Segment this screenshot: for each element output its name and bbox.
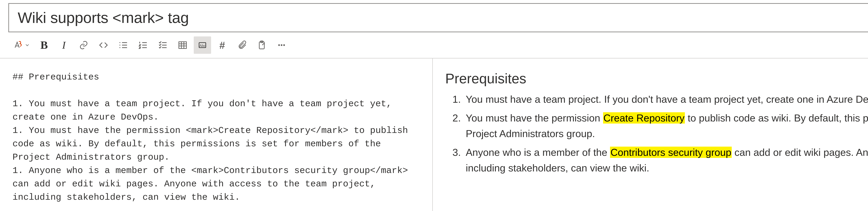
italic-button[interactable]: I: [55, 36, 72, 54]
svg-point-31: [283, 44, 285, 46]
highlight-button[interactable]: Abc: [194, 36, 211, 54]
highlight-text: Create Repository: [603, 112, 685, 124]
list-item: You must have a team project. If you don…: [464, 91, 868, 107]
code-icon: [98, 40, 108, 50]
list-item: You must have the permission Create Repo…: [464, 110, 868, 142]
table-button[interactable]: [174, 36, 191, 54]
font-style-icon: [13, 40, 24, 50]
code-button[interactable]: [95, 36, 112, 54]
link-button[interactable]: [75, 36, 92, 54]
italic-icon: I: [62, 39, 66, 51]
numbered-list-button[interactable]: [134, 36, 152, 54]
more-button[interactable]: [273, 36, 290, 54]
hash-icon: #: [219, 39, 225, 51]
checklist-button[interactable]: [154, 36, 172, 54]
list-item: Anyone who is a member of the Contributo…: [464, 145, 868, 176]
chevron-down-icon: [25, 42, 30, 48]
editor-panes: ## Prerequisites 1. You must have a team…: [0, 58, 868, 211]
text-style-dropdown[interactable]: [10, 36, 33, 54]
highlight-icon: Abc: [197, 40, 208, 50]
title-bar: Close Save: [0, 0, 868, 35]
bold-icon: B: [40, 39, 48, 52]
list-item-text: You must have the permission: [466, 112, 603, 124]
clipboard-icon: [257, 40, 267, 50]
paste-button[interactable]: [253, 36, 271, 54]
more-icon: [277, 40, 287, 50]
formatting-toolbar: B I: [0, 35, 868, 58]
markdown-source-editor[interactable]: ## Prerequisites 1. You must have a team…: [0, 58, 433, 211]
svg-point-29: [278, 44, 280, 46]
preview-heading: Prerequisites: [445, 71, 868, 87]
list-item-text: You must have a team project. If you don…: [466, 93, 868, 105]
svg-text:Abc: Abc: [199, 43, 206, 48]
numbered-list-icon: [138, 40, 148, 50]
bold-button[interactable]: B: [35, 36, 53, 54]
heading-button[interactable]: #: [214, 36, 231, 54]
preview-pane: Prerequisites You must have a team proje…: [433, 58, 868, 211]
bulleted-list-icon: [118, 40, 128, 50]
page-title-field-wrap: [8, 3, 868, 32]
attach-button[interactable]: [233, 36, 251, 54]
svg-rect-20: [179, 42, 186, 49]
paperclip-icon: [237, 40, 247, 50]
link-icon: [79, 40, 89, 50]
list-item-text: Anyone who is a member of the: [466, 147, 610, 158]
preview-list: You must have a team project. If you don…: [445, 91, 868, 176]
bulleted-list-button[interactable]: [115, 36, 132, 54]
checklist-icon: [158, 40, 168, 50]
svg-point-30: [281, 44, 282, 46]
table-icon: [178, 40, 188, 50]
page-title-input[interactable]: [18, 9, 868, 27]
highlight-text: Contributors security group: [610, 147, 732, 158]
